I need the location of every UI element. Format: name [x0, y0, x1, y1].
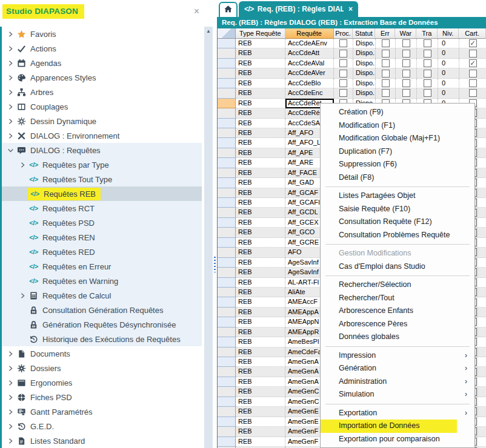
- column-header-cart[interactable]: Cart.: [459, 28, 486, 39]
- chevron-right-icon[interactable]: [5, 104, 16, 110]
- column-header-tra[interactable]: Tra: [416, 28, 438, 39]
- row-selector[interactable]: [218, 328, 236, 337]
- row-selector[interactable]: [218, 228, 236, 237]
- menu-item-cr-ation-f9[interactable]: Création (F9): [321, 106, 474, 119]
- chevron-right-icon[interactable]: [5, 118, 16, 125]
- row-selector[interactable]: [218, 48, 236, 58]
- cart-checkbox[interactable]: [469, 79, 477, 87]
- row-selector[interactable]: [218, 427, 236, 436]
- row-selector[interactable]: [218, 317, 236, 327]
- sidebar-item-requ-tes-par-type[interactable]: </>Requêtes par Type: [2, 157, 202, 172]
- sidebar-item-requ-tes-reb[interactable]: </>Requêtes REB: [2, 186, 202, 201]
- sidebar-item-g-e-d[interactable]: G.E.D.: [2, 419, 202, 433]
- row-selector[interactable]: [218, 88, 236, 98]
- proc-checkbox[interactable]: [339, 50, 347, 58]
- row-selector[interactable]: [218, 238, 236, 248]
- sidebar-item-dialog-environnement[interactable]: DIALOG : Environnement: [2, 128, 202, 143]
- chevron-down-icon[interactable]: [5, 147, 16, 154]
- menu-item-consultation-requ-te-f12[interactable]: Consultation Requête (F12): [321, 216, 474, 229]
- sidebar-item-dialog-requ-tes[interactable]: DIALOG : Requêtes: [2, 143, 202, 157]
- chevron-right-icon[interactable]: [5, 438, 16, 444]
- chevron-right-icon[interactable]: [5, 423, 16, 430]
- sidebar-item-apparences-styles[interactable]: Apparences Styles: [2, 70, 202, 85]
- row-selector[interactable]: [218, 387, 236, 397]
- menu-item-g-n-ration[interactable]: Génération›: [321, 362, 474, 375]
- chevron-right-icon[interactable]: [5, 60, 16, 67]
- war-checkbox[interactable]: [402, 39, 410, 47]
- chevron-right-icon[interactable]: [5, 31, 16, 38]
- row-selector[interactable]: [218, 148, 236, 158]
- row-selector[interactable]: [218, 68, 236, 78]
- row-selector[interactable]: [218, 59, 236, 68]
- row-selector[interactable]: [218, 248, 236, 257]
- sidebar-item-requ-tes-psd[interactable]: </>Requêtes PSD: [2, 216, 202, 230]
- splitter-grip-icon[interactable]: [214, 257, 216, 272]
- menu-item-d-tail-f8[interactable]: Détail (F8): [321, 171, 474, 185]
- chevron-right-icon[interactable]: [5, 380, 16, 386]
- tab-active[interactable]: </> Req. (REB) : Règles DIAL... ×: [239, 1, 358, 17]
- cart-checkbox-checked[interactable]: ✓: [469, 59, 477, 67]
- select-all-corner[interactable]: [218, 28, 236, 39]
- proc-checkbox[interactable]: [339, 70, 347, 77]
- war-checkbox[interactable]: [402, 50, 410, 58]
- sidebar-item-requ-tes-red[interactable]: </>Requêtes RED: [2, 245, 202, 259]
- row-selector[interactable]: [218, 278, 236, 288]
- war-checkbox[interactable]: [402, 89, 410, 97]
- tra-checkbox[interactable]: [424, 79, 431, 87]
- menu-item-arborescence-enfants[interactable]: Arborescence Enfants: [321, 305, 474, 318]
- chevron-right-icon[interactable]: [17, 292, 28, 299]
- row-selector[interactable]: [218, 128, 236, 138]
- err-checkbox[interactable]: [382, 70, 390, 77]
- sidebar-item-historique-des-ex-cutions-de-requ-tes[interactable]: Historique des Exécutions de Requêtes: [2, 332, 202, 346]
- row-selector[interactable]: [218, 158, 236, 168]
- column-header-proc[interactable]: Proc.: [334, 28, 353, 39]
- chevron-right-icon[interactable]: [17, 162, 28, 168]
- table-row[interactable]: REBAccCdeAValDispo.0✓: [218, 59, 486, 68]
- row-selector[interactable]: [218, 348, 236, 357]
- chevron-right-icon[interactable]: [5, 365, 16, 372]
- row-selector[interactable]: [218, 268, 236, 277]
- menu-item-modification-globale-maj-f1[interactable]: Modification Globale (Maj+F1): [321, 132, 474, 145]
- err-checkbox[interactable]: [382, 89, 390, 97]
- column-header-war[interactable]: War: [395, 28, 416, 39]
- sidebar-item-ergonomies[interactable]: Ergonomies: [2, 375, 202, 390]
- sidebar-item-actions[interactable]: Actions: [2, 41, 202, 56]
- menu-item-importation-de-donn-es[interactable]: Importation de Données: [321, 420, 474, 433]
- sidebar-item-dessin-dynamique[interactable]: Dessin Dynamique: [2, 114, 202, 128]
- sidebar-item-gantt-param-tr-s[interactable]: Gantt Paramétrés: [2, 404, 202, 419]
- row-selector[interactable]: [218, 297, 236, 307]
- menu-item-duplication-f7[interactable]: Duplication (F7): [321, 145, 474, 159]
- sidebar-scrollbar[interactable]: ▲: [204, 27, 213, 448]
- menu-item-exportation-pour-comparaison[interactable]: Exportation pour comparaison: [321, 433, 474, 446]
- proc-checkbox[interactable]: [339, 59, 347, 67]
- row-selector[interactable]: [218, 39, 236, 48]
- sidebar-item-listes-standard[interactable]: Listes Standard: [2, 433, 202, 448]
- row-selector[interactable]: [218, 138, 236, 148]
- sidebar-item-arbres[interactable]: Arbres: [2, 85, 202, 99]
- err-checkbox[interactable]: [382, 50, 390, 58]
- row-selector[interactable]: [218, 308, 236, 317]
- tra-checkbox[interactable]: [424, 89, 431, 97]
- menu-item-exportation[interactable]: Exportation›: [321, 407, 474, 420]
- menu-item-rechercher-s-lection[interactable]: Rechercher/Sélection: [321, 278, 474, 292]
- tab-close-icon[interactable]: ×: [348, 5, 353, 13]
- row-selector[interactable]: [218, 437, 236, 447]
- column-header-err[interactable]: Err: [375, 28, 395, 39]
- tra-checkbox[interactable]: [424, 59, 431, 67]
- sidebar-splitter[interactable]: [213, 0, 217, 448]
- chevron-right-icon[interactable]: [5, 409, 16, 415]
- cart-checkbox-checked[interactable]: ✓: [469, 39, 477, 47]
- war-checkbox[interactable]: [402, 70, 410, 77]
- row-selector[interactable]: [218, 99, 236, 108]
- chevron-right-icon[interactable]: [5, 89, 16, 96]
- cart-checkbox[interactable]: [469, 50, 477, 58]
- table-row[interactable]: REBAccCdeBloDispo.0: [218, 79, 486, 88]
- row-selector[interactable]: [218, 377, 236, 387]
- chevron-right-icon[interactable]: [5, 45, 16, 52]
- tra-checkbox[interactable]: [424, 39, 431, 47]
- column-header-niv[interactable]: Niv.: [438, 28, 459, 39]
- menu-item-donn-es-globales[interactable]: Données globales: [321, 331, 474, 344]
- cart-checkbox[interactable]: [469, 89, 477, 97]
- row-selector[interactable]: [218, 218, 236, 228]
- row-selector[interactable]: [218, 79, 236, 88]
